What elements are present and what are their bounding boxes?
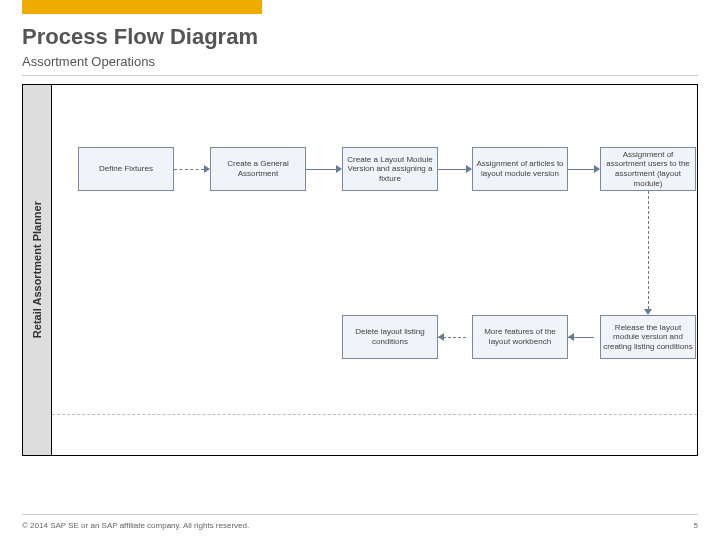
node-assign-articles: Assignment of articles to layout module … bbox=[472, 147, 568, 191]
node-more-features: More features of the layout workbench bbox=[472, 315, 568, 359]
swimlane-label: Retail Assortment Planner bbox=[23, 85, 52, 455]
page-title: Process Flow Diagram bbox=[22, 24, 698, 50]
node-assign-assortment-users: Assignment of assortment users to the as… bbox=[600, 147, 696, 191]
edge-b3-b4 bbox=[438, 169, 466, 170]
node-create-general-assortment: Create a General Assortment bbox=[210, 147, 306, 191]
arrow-left-icon bbox=[438, 333, 444, 341]
arrow-left-icon bbox=[568, 333, 574, 341]
footer: © 2014 SAP SE or an SAP affiliate compan… bbox=[22, 514, 698, 530]
node-delete-listing-conditions: Delete layout listing conditions bbox=[342, 315, 438, 359]
divider bbox=[22, 75, 698, 76]
edge-b4-b5 bbox=[568, 169, 594, 170]
page-subtitle: Assortment Operations bbox=[22, 54, 698, 69]
edge-b2-b3 bbox=[306, 169, 336, 170]
arrow-right-icon bbox=[204, 165, 210, 173]
swimlane-body: Define Fixtures Create a General Assortm… bbox=[52, 85, 697, 455]
copyright-text: © 2014 SAP SE or an SAP affiliate compan… bbox=[22, 521, 249, 530]
arrow-right-icon bbox=[594, 165, 600, 173]
lane-divider bbox=[52, 414, 697, 415]
edge-b5-b8 bbox=[648, 191, 649, 309]
swimlane-container: Retail Assortment Planner Define Fixture… bbox=[22, 84, 698, 456]
swimlane-label-text: Retail Assortment Planner bbox=[31, 201, 43, 338]
arrow-right-icon bbox=[336, 165, 342, 173]
page-number: 5 bbox=[694, 521, 698, 530]
node-define-fixtures: Define Fixtures bbox=[78, 147, 174, 191]
accent-bar bbox=[22, 0, 262, 14]
edge-b1-b2 bbox=[174, 169, 204, 170]
arrow-down-icon bbox=[644, 309, 652, 315]
node-release-layout-module: Release the layout module version and cr… bbox=[600, 315, 696, 359]
arrow-right-icon bbox=[466, 165, 472, 173]
node-create-layout-module-version: Create a Layout Module Version and assig… bbox=[342, 147, 438, 191]
